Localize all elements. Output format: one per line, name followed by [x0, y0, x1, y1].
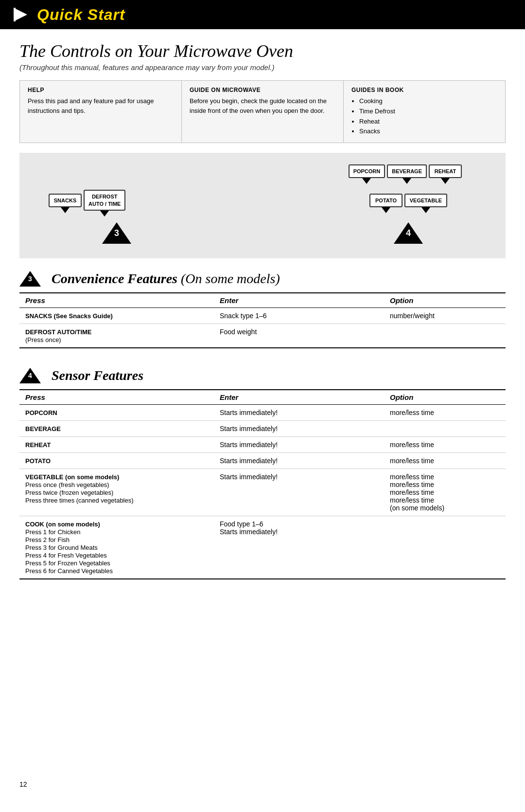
section-3-heading-text: Convenience Features (On some models)	[52, 271, 280, 287]
info-col-help-title: HELP	[28, 87, 174, 93]
table3-header-press: Press	[19, 293, 214, 308]
table3-row2-enter: Food weight	[214, 324, 384, 348]
row-potato-enter: Starts immediately!	[214, 453, 384, 469]
arrow-3-wrap: 3	[102, 222, 131, 244]
table4-header-press: Press	[19, 390, 214, 405]
left-buttons-group: SNACKS DEFROSTAUTO / TIME	[49, 190, 125, 211]
info-col-books-bullets: Cooking Time Defrost Reheat Snacks	[351, 96, 497, 137]
top-buttons-row: POPCORN BEVERAGE REHEAT	[34, 164, 491, 178]
section-4-badge: 4	[19, 368, 41, 383]
table4-header-enter: Enter	[214, 390, 384, 405]
info-col-guide: GUIDE ON MICROWAVE Before you begin, che…	[182, 81, 344, 143]
svg-marker-0	[14, 8, 27, 21]
table3-row1-press: SNACKS (See Snacks Guide)	[19, 308, 214, 324]
diagram-buttons-container: POPCORN BEVERAGE REHEAT SNACKS DEFROSTAU…	[34, 164, 491, 253]
row-popcorn-press: POPCORN	[19, 405, 214, 421]
section-4-table: Press Enter Option POPCORN Starts immedi…	[19, 389, 506, 579]
row-cook-option	[384, 516, 506, 579]
row-potato-option: more/less time	[384, 453, 506, 469]
table-row: POTATO Starts immediately! more/less tim…	[19, 453, 506, 469]
table-row: POPCORN Starts immediately! more/less ti…	[19, 405, 506, 421]
bullet-snacks: Snacks	[359, 126, 497, 137]
table-row: SNACKS (See Snacks Guide) Snack type 1–6…	[19, 308, 506, 324]
section-4-heading-text: Sensor Features	[52, 368, 143, 383]
info-box: HELP Press this pad and any feature pad …	[19, 80, 506, 143]
bullet-reheat: Reheat	[359, 117, 497, 127]
arrow-3-triangle: 3	[102, 222, 131, 244]
row-vegetable-option: more/less timemore/less timemore/less ti…	[384, 469, 506, 516]
info-col-help-text: Press this pad and any feature pad for u…	[28, 96, 174, 115]
section-4-heading: 4 Sensor Features	[19, 368, 506, 383]
row-reheat-option: more/less time	[384, 437, 506, 453]
header-title: Quick Start	[37, 6, 125, 24]
row-cook-press: COOK (on some models) Press 1 for Chicke…	[19, 516, 214, 579]
row-vegetable-enter: Starts immediately!	[214, 469, 384, 516]
row-popcorn-enter: Starts immediately!	[214, 405, 384, 421]
page-subtitle: (Throughout this manual, features and ap…	[19, 63, 506, 72]
beverage-button[interactable]: BEVERAGE	[387, 164, 427, 178]
table3-row1-enter: Snack type 1–6	[214, 308, 384, 324]
row-reheat-press: REHEAT	[19, 437, 214, 453]
snacks-button[interactable]: SNACKS	[49, 194, 82, 207]
table-row: COOK (on some models) Press 1 for Chicke…	[19, 516, 506, 579]
row-cook-enter: Food type 1–6Starts immediately!	[214, 516, 384, 579]
info-col-help: HELP Press this pad and any feature pad …	[20, 81, 182, 143]
arrow-4-triangle: 4	[394, 222, 423, 244]
vegetable-button[interactable]: VEGETABLE	[404, 194, 447, 207]
page-number: 12	[19, 780, 27, 788]
row-vegetable-press: VEGETABLE (on some models) Press once (f…	[19, 469, 214, 516]
row-potato-press: POTATO	[19, 453, 214, 469]
bottom-buttons-row: SNACKS DEFROSTAUTO / TIME POTATO VEGETAB…	[34, 190, 491, 211]
main-content: The Controls on Your Microwave Oven (Thr…	[0, 29, 525, 798]
row-popcorn-option: more/less time	[384, 405, 506, 421]
section-3-number: 3	[28, 275, 32, 283]
popcorn-button[interactable]: POPCORN	[349, 164, 385, 178]
section-3-heading-bold: Convenience Features	[52, 271, 177, 286]
defrost-auto-time-button[interactable]: DEFROSTAUTO / TIME	[84, 190, 125, 211]
row-beverage-press: BEVERAGE	[19, 421, 214, 437]
diagram-area: POPCORN BEVERAGE REHEAT SNACKS DEFROSTAU…	[19, 153, 506, 258]
table3-header-enter: Enter	[214, 293, 384, 308]
potato-button[interactable]: POTATO	[369, 194, 402, 207]
row-beverage-option	[384, 421, 506, 437]
section-3-badge: 3	[19, 271, 41, 287]
table3-row2-press: DEFROST AUTO/TIME (Press once)	[19, 324, 214, 348]
section-4-heading-bold: Sensor Features	[52, 368, 143, 383]
reheat-button[interactable]: REHEAT	[429, 164, 462, 178]
info-col-guide-text: Before you begin, check the guide locate…	[190, 96, 335, 115]
table3-row2-option	[384, 324, 506, 348]
bullet-time-defrost: Time Defrost	[359, 107, 497, 117]
header-bar: Quick Start	[0, 0, 525, 29]
section-3-heading-sub: (On some models)	[177, 271, 280, 286]
section-3-heading: 3 Convenience Features (On some models)	[19, 271, 506, 287]
svg-rect-1	[14, 8, 16, 21]
bullet-cooking: Cooking	[359, 96, 497, 107]
row-beverage-enter: Starts immediately!	[214, 421, 384, 437]
table4-header-option: Option	[384, 390, 506, 405]
brand-logo	[10, 4, 31, 25]
table-row: BEVERAGE Starts immediately!	[19, 421, 506, 437]
info-col-books: GUIDES IN BOOK Cooking Time Defrost Rehe…	[344, 81, 505, 143]
arrow-4-wrap: 4	[394, 222, 423, 244]
table-row: VEGETABLE (on some models) Press once (f…	[19, 469, 506, 516]
info-col-guide-title: GUIDE ON MICROWAVE	[190, 87, 335, 93]
table3-header-option: Option	[384, 293, 506, 308]
section-4-number: 4	[28, 372, 32, 379]
table-row: DEFROST AUTO/TIME (Press once) Food weig…	[19, 324, 506, 348]
table-row: REHEAT Starts immediately! more/less tim…	[19, 437, 506, 453]
table3-row1-option: number/weight	[384, 308, 506, 324]
arrow-3-label: 3	[114, 228, 119, 238]
arrows-row: 3 4	[34, 222, 491, 244]
info-col-books-title: GUIDES IN BOOK	[351, 87, 497, 93]
arrow-4-label: 4	[406, 228, 411, 238]
section-3-table: Press Enter Option SNACKS (See Snacks Gu…	[19, 292, 506, 348]
row-reheat-enter: Starts immediately!	[214, 437, 384, 453]
section-3: 3 Convenience Features (On some models) …	[19, 266, 506, 348]
page-title: The Controls on Your Microwave Oven	[19, 41, 506, 61]
section-4: 4 Sensor Features Press Enter Option POP…	[19, 363, 506, 579]
right-buttons-group: POTATO VEGETABLE	[369, 190, 447, 211]
